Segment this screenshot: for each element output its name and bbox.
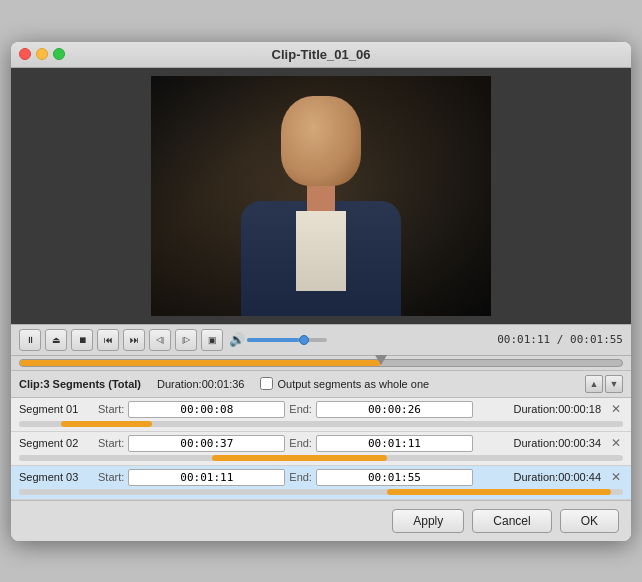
segments-header: Clip:3 Segments (Total) Duration:00:01:3… [11, 370, 631, 398]
segment-duration-1: Duration:00:00:18 [514, 403, 601, 415]
segment-info-3: Segment 03 Start: End: Duration:00:00:44… [11, 466, 631, 489]
segment-close-1[interactable]: ✕ [609, 402, 623, 416]
traffic-lights [19, 48, 65, 60]
start-time-1[interactable] [128, 401, 285, 418]
minimize-button[interactable] [36, 48, 48, 60]
volume-track[interactable] [247, 338, 327, 342]
end-time-3[interactable] [316, 469, 473, 486]
end-time-2[interactable] [316, 435, 473, 452]
video-head [281, 96, 361, 186]
segment-row-2: Segment 02 Start: End: Duration:00:00:34… [11, 432, 631, 466]
eject-button[interactable]: ⏏ [45, 329, 67, 351]
start-time-3[interactable] [128, 469, 285, 486]
segment-minibar-3 [19, 489, 623, 495]
segment-info-2: Segment 02 Start: End: Duration:00:00:34… [11, 432, 631, 455]
video-preview [151, 76, 491, 316]
segment-info-1: Segment 01 Start: End: Duration:00:00:18… [11, 398, 631, 421]
segment-label-3: Segment 03 [19, 471, 94, 483]
controls-bar: ⏸ ⏏ ⏹ ⏮ ⏭ ◁| |▷ ▣ 🔊 00:01:11 / 00:01:55 [11, 324, 631, 356]
pause-button[interactable]: ⏸ [19, 329, 41, 351]
next-button[interactable]: ⏭ [123, 329, 145, 351]
ok-button[interactable]: OK [560, 509, 619, 533]
video-shirt [296, 211, 346, 291]
segment-label-1: Segment 01 [19, 403, 94, 415]
video-container [11, 68, 631, 324]
footer: Apply Cancel OK [11, 500, 631, 541]
end-label-3: End: [289, 471, 312, 483]
volume-fill [247, 338, 299, 342]
start-label-1: Start: [98, 403, 124, 415]
close-button[interactable] [19, 48, 31, 60]
segment-close-3[interactable]: ✕ [609, 470, 623, 484]
whole-one-checkbox[interactable] [260, 377, 273, 390]
segment-minibar-fill-2 [212, 455, 387, 461]
segment-duration-3: Duration:00:00:44 [514, 471, 601, 483]
start-label-3: Start: [98, 471, 124, 483]
whole-one-label: Output segments as whole one [277, 378, 429, 390]
end-label-1: End: [289, 403, 312, 415]
start-time-2[interactable] [128, 435, 285, 452]
segment-row-1: Segment 01 Start: End: Duration:00:00:18… [11, 398, 631, 432]
segment-label-2: Segment 02 [19, 437, 94, 449]
time-total: 00:01:55 [570, 333, 623, 346]
progress-fill [20, 360, 381, 366]
volume-slider-area: 🔊 [229, 332, 327, 347]
clip-info-text: Clip:3 Segments (Total) [19, 378, 141, 390]
whole-one-checkbox-area: Output segments as whole one [260, 377, 429, 390]
time-separator: / [550, 333, 570, 346]
end-time-1[interactable] [316, 401, 473, 418]
maximize-button[interactable] [53, 48, 65, 60]
segment-minibar-1 [19, 421, 623, 427]
segment-close-2[interactable]: ✕ [609, 436, 623, 450]
volume-thumb[interactable] [299, 335, 309, 345]
svg-marker-0 [375, 355, 387, 365]
titlebar: Clip-Title_01_06 [11, 42, 631, 68]
end-label-2: End: [289, 437, 312, 449]
segment-minibar-2 [19, 455, 623, 461]
total-duration-text: Duration:00:01:36 [157, 378, 244, 390]
progress-track[interactable] [19, 359, 623, 367]
window-title: Clip-Title_01_06 [272, 47, 371, 62]
stop-button[interactable]: ⏹ [71, 329, 93, 351]
step-back-button[interactable]: ◁| [149, 329, 171, 351]
apply-button[interactable]: Apply [392, 509, 464, 533]
move-down-button[interactable]: ▼ [605, 375, 623, 393]
prev-button[interactable]: ⏮ [97, 329, 119, 351]
main-window: Clip-Title_01_06 ⏸ ⏏ ⏹ ⏮ ⏭ ◁| |▷ ▣ 🔊 00:… [11, 42, 631, 541]
volume-icon: 🔊 [229, 332, 245, 347]
move-up-button[interactable]: ▲ [585, 375, 603, 393]
time-display: 00:01:11 / 00:01:55 [497, 333, 623, 346]
arrow-buttons: ▲ ▼ [585, 375, 623, 393]
progress-thumb[interactable] [375, 355, 387, 365]
progress-bar-area [11, 356, 631, 370]
segment-minibar-fill-1 [61, 421, 152, 427]
start-label-2: Start: [98, 437, 124, 449]
segments-list: Segment 01 Start: End: Duration:00:00:18… [11, 398, 631, 500]
segment-minibar-fill-3 [387, 489, 610, 495]
segment-duration-2: Duration:00:00:34 [514, 437, 601, 449]
step-fwd-button[interactable]: |▷ [175, 329, 197, 351]
trim-button[interactable]: ▣ [201, 329, 223, 351]
time-current: 00:01:11 [497, 333, 550, 346]
cancel-button[interactable]: Cancel [472, 509, 551, 533]
segment-row-3: Segment 03 Start: End: Duration:00:00:44… [11, 466, 631, 500]
